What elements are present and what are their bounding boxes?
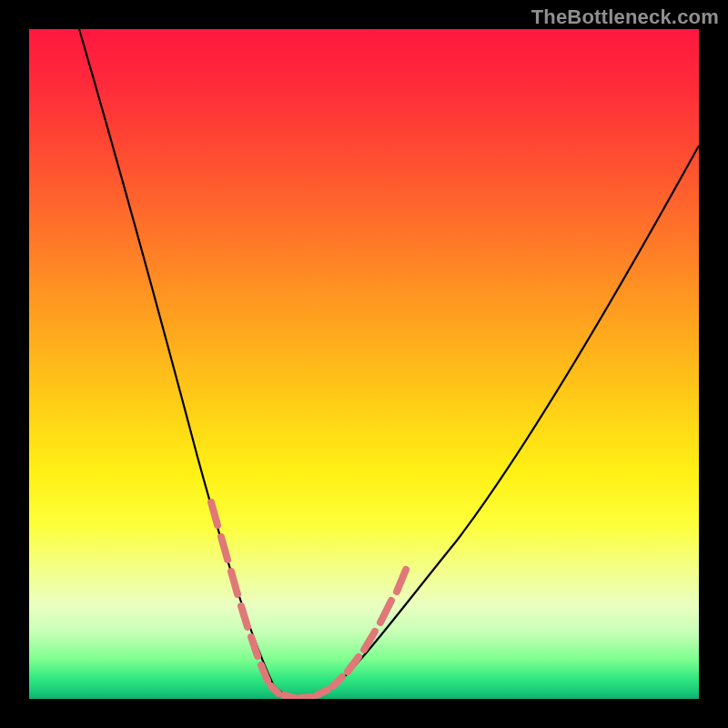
highlight-dots-right [333,570,406,686]
plot-area [29,29,699,699]
svg-line-10 [333,677,342,686]
watermark-text: TheBottleneck.com [531,5,719,29]
svg-line-6 [271,686,278,693]
chart-frame: TheBottleneck.com [0,0,728,728]
svg-line-1 [221,537,228,560]
svg-line-14 [397,570,406,592]
curve-layer [29,29,699,699]
highlight-dots-left [211,502,268,681]
svg-line-9 [317,690,328,695]
svg-line-11 [348,657,359,672]
svg-line-4 [251,637,258,656]
svg-line-12 [364,632,375,650]
svg-line-8 [300,697,311,698]
highlight-dots-trough [271,686,328,698]
svg-line-7 [284,695,295,698]
svg-line-0 [211,502,217,525]
svg-line-3 [241,606,248,627]
svg-line-2 [231,571,238,594]
svg-line-13 [380,601,391,622]
